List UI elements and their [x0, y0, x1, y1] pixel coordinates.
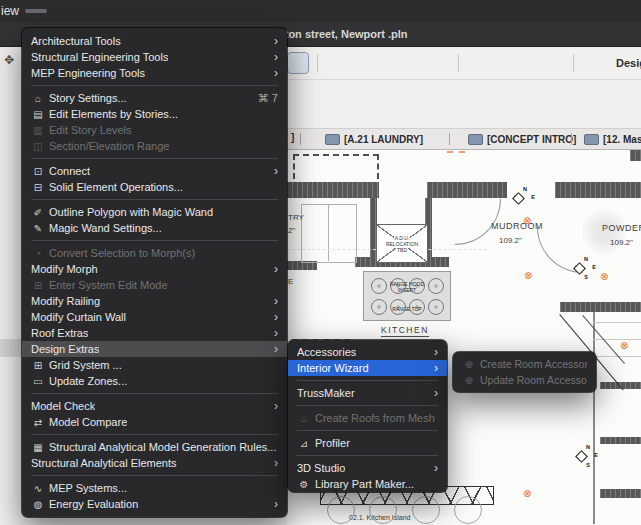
zone-marker-icon: ⊗: [523, 489, 531, 499]
submenu-arrow-icon: ›: [266, 36, 278, 46]
menu-item[interactable]: MEP Engineering Tools ›: [22, 65, 287, 81]
renovation-filter-icon[interactable]: [378, 53, 398, 73]
split-icon[interactable]: [467, 53, 487, 73]
menu-item[interactable]: ✐ Outline Polygon with Magic Wand: [22, 204, 287, 220]
plan-wall: [630, 149, 641, 161]
menubar-item[interactable]: [69, 9, 91, 13]
menu-item[interactable]: Modify Curtain Wall ›: [22, 309, 287, 325]
plan-wall: [427, 182, 507, 198]
pick-up-parameters-icon[interactable]: [582, 53, 602, 73]
energy-evaluation-icon: ◍: [31, 499, 45, 510]
menu-item[interactable]: ◍ Energy Evaluation ›: [22, 496, 287, 512]
menu-item[interactable]: Accessories ›: [288, 344, 447, 360]
tab-master[interactable]: [12. Maste: [584, 129, 641, 149]
menu-item[interactable]: ⚙ Library Part Maker...: [288, 476, 447, 492]
menu-item[interactable]: TrussMaker ›: [288, 385, 447, 401]
menubar-item[interactable]: [25, 9, 47, 13]
viewpoint-icon: [584, 134, 599, 145]
edit-story-levels-icon: ▥: [31, 125, 45, 136]
separator: [22, 430, 287, 439]
layer-visibility-icon[interactable]: [352, 53, 372, 73]
menu-item[interactable]: Structural Engineering Tools ›: [22, 49, 287, 65]
menubar-item[interactable]: [47, 9, 69, 13]
north-compass-icon: N ES: [577, 444, 599, 468]
separator: [22, 154, 287, 163]
menu-item[interactable]: ⊡ Connect ›: [22, 163, 287, 179]
menu-item[interactable]: ▤ Edit Elements by Stories...: [22, 106, 287, 122]
separator: [288, 426, 447, 435]
submenu-arrow-icon: ›: [266, 166, 278, 176]
layers-icon[interactable]: [326, 53, 346, 73]
menu-item[interactable]: 3D Studio ›: [288, 460, 447, 476]
menu-item[interactable]: Modify Morph ›: [22, 261, 287, 277]
plan-wall: [600, 489, 641, 498]
plan-wall: [555, 182, 641, 198]
menu-item[interactable]: Interior Wizard ›: [288, 360, 447, 376]
menu-item[interactable]: ⊞ Grid System ...: [22, 357, 287, 373]
stool-circle: [327, 496, 355, 524]
separator: [22, 236, 287, 245]
menu-item[interactable]: ∿ MEP Systems...: [22, 480, 287, 496]
menu-item: ▥ Edit Story Levels: [22, 122, 287, 138]
adjust-icon[interactable]: [493, 53, 513, 73]
shortcut-label: ⌘ 7: [250, 92, 278, 105]
menubar-item[interactable]: [113, 9, 135, 13]
submenu-arrow-icon: ›: [266, 312, 278, 322]
range-fixture: RANGE HOOD INSERT RANGE TOP: [363, 271, 451, 321]
update-room-accessories-icon: ⊕: [462, 375, 476, 386]
menu-item[interactable]: ⊟ Solid Element Operations...: [22, 179, 287, 195]
menubar-partial-item[interactable]: iew: [0, 4, 25, 18]
menu-item: ◔ Convert Selection to Morph(s): [22, 245, 287, 261]
zone-marker-icon: ⊗: [523, 216, 531, 226]
room-label-powder: POWDER: [602, 223, 641, 233]
create-room-accessories-icon: ⊕: [462, 359, 476, 370]
room-label-fragment: E: [288, 277, 293, 286]
adu-label-line: TBD: [396, 247, 408, 253]
menubar-item[interactable]: [91, 9, 113, 13]
menu-item[interactable]: ⊿ Profiler: [288, 435, 447, 451]
fillet-corner-icon: [519, 53, 539, 73]
menu-item[interactable]: Design Extras ›: [22, 341, 287, 357]
menu-item: ⌂ Create Roofs from Mesh: [288, 410, 447, 426]
design-menu: Architectural Tools › Structural Enginee…: [22, 28, 287, 517]
edit-elements-by-stories-icon: ▤: [31, 109, 45, 120]
submenu-arrow-icon: ›: [266, 68, 278, 78]
zone-marker-icon: ⊗: [524, 271, 532, 281]
menu-item[interactable]: Modify Railing ›: [22, 293, 287, 309]
plan-line: [593, 312, 595, 524]
toolbar-overflow-label[interactable]: Desig: [616, 57, 641, 69]
viewpoint-icon: [325, 134, 340, 145]
menu-item[interactable]: Model Check ›: [22, 398, 287, 414]
plan-wall: [600, 437, 641, 444]
menu-item[interactable]: Architectural Tools ›: [22, 33, 287, 49]
separator: [22, 389, 287, 398]
tab-partial[interactable]: ]: [291, 132, 294, 143]
solid-element-operations-icon: ⊟: [31, 182, 45, 193]
menu-item[interactable]: ▦ Structural Analytical Model Generation…: [22, 439, 287, 455]
menu-item[interactable]: Structural Analytical Elements ›: [22, 455, 287, 471]
submenu-arrow-icon: ›: [266, 264, 278, 274]
menu-item[interactable]: ⌂ Story Settings... ⌘ 7: [22, 90, 287, 106]
tab-concept-intro[interactable]: [CONCEPT INTRO]: [468, 129, 576, 149]
menu-item[interactable]: ✎ Magic Wand Settings...: [22, 220, 287, 236]
menubar-item[interactable]: [135, 9, 157, 13]
submenu-arrow-icon: ›: [266, 458, 278, 468]
menu-item[interactable]: ⇄ Model Compare: [22, 414, 287, 430]
plan-line: [593, 339, 641, 340]
plan-wall: [560, 302, 641, 312]
menu-item[interactable]: ▭ Update Zones...: [22, 373, 287, 389]
story-settings-icon: ⌂: [31, 93, 45, 104]
submenu-arrow-icon: ›: [426, 388, 438, 398]
toolbox-panel[interactable]: ✥: [0, 46, 22, 525]
plan-orange-dashes: [447, 151, 465, 153]
menu-item[interactable]: Roof Extras ›: [22, 325, 287, 341]
favorite-sketch-tool-icon[interactable]: [287, 52, 309, 74]
sam-generation-rules-icon: ▦: [31, 442, 45, 453]
update-zones-icon: ▭: [31, 376, 45, 387]
submenu-arrow-icon: ›: [266, 52, 278, 62]
range-label: INSERT: [364, 287, 450, 293]
submenu-arrow-icon: ›: [266, 499, 278, 509]
dimension-fragment: 2": [288, 226, 295, 235]
tab-laundry[interactable]: [A.21 LAUNDRY]: [325, 129, 423, 149]
separator: [22, 195, 287, 204]
